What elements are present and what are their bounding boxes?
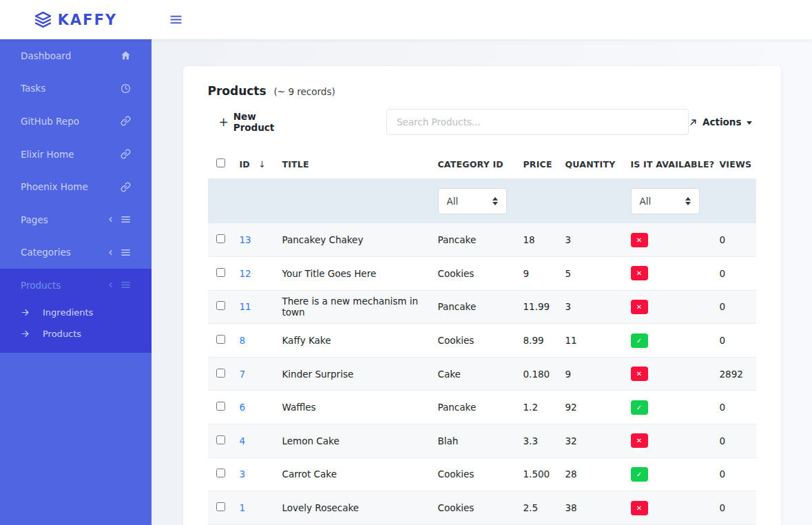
row-id-link[interactable]: 8 [240, 335, 246, 346]
row-title: Waffles [277, 391, 433, 424]
availability-badge: ✓ [631, 467, 648, 482]
menu-icon [121, 280, 131, 290]
sidebar-item-phoenix-home[interactable]: Phoenix Home [0, 170, 152, 203]
row-views: 0 [714, 290, 756, 324]
row-id-link[interactable]: 7 [240, 369, 246, 380]
select-all-checkbox[interactable] [216, 158, 225, 167]
row-id-link[interactable]: 12 [240, 268, 251, 279]
link-icon [121, 182, 131, 192]
row-quantity: 32 [560, 424, 625, 458]
table-row: 6 Waffles Pancake 1.2 92 ✓ 0 [208, 391, 756, 424]
row-price: 9 [518, 257, 560, 291]
row-id-link[interactable]: 3 [240, 469, 246, 480]
column-header-price[interactable]: PRICE [518, 147, 560, 178]
row-category: Pancake [433, 290, 518, 324]
row-id-link[interactable]: 4 [240, 435, 246, 446]
row-quantity: 92 [560, 391, 625, 424]
page-title: Products (~ 9 records) [208, 84, 756, 98]
row-checkbox[interactable] [216, 301, 225, 310]
logo-text: KAFFY [58, 12, 117, 28]
sidebar-subitem-label: Products [43, 329, 81, 339]
actions-dropdown-button[interactable]: Actions [689, 116, 751, 127]
page-title-text: Products [208, 84, 267, 98]
link-icon [121, 116, 131, 126]
row-price: 3.3 [518, 424, 560, 458]
row-views: 0 [714, 391, 756, 424]
sidebar-item-label: Phoenix Home [21, 181, 88, 192]
table-row: 13 Pancakey Chakey Pancake 18 3 ✕ 0 [208, 223, 756, 257]
sort-desc-icon[interactable]: ↓ [258, 159, 266, 169]
actions-label: Actions [702, 116, 741, 127]
row-price: 2.5 [518, 491, 560, 525]
row-checkbox[interactable] [216, 234, 225, 243]
row-views: 0 [714, 424, 756, 458]
row-title: Kinder Surprise [277, 357, 433, 391]
products-table: ID↓ TITLE CATEGORY ID PRICE QUANTITY IS … [208, 147, 756, 525]
new-product-button[interactable]: + New Product [208, 111, 298, 133]
sidebar-item-dashboard[interactable]: Dashboard [0, 39, 152, 72]
row-category: Cookies [433, 324, 518, 358]
availability-badge: ✓ [631, 333, 648, 348]
sidebar-item-label: Products [21, 280, 61, 291]
column-header-id[interactable]: ID↓ [234, 147, 277, 178]
sidebar-item-github-repo[interactable]: GitHub Repo [0, 105, 152, 138]
row-quantity: 5 [560, 257, 625, 291]
hamburger-menu-icon[interactable] [169, 13, 183, 26]
sidebar-group-products: Products Ingredients Products [0, 269, 152, 353]
row-checkbox[interactable] [216, 335, 225, 344]
sidebar-item-products[interactable]: Products [0, 269, 152, 302]
sidebar-item-elixir-home[interactable]: Elixir Home [0, 138, 152, 171]
layers-icon [34, 11, 52, 28]
new-product-label: New Product [233, 111, 298, 133]
sidebar-item-label: Categories [21, 247, 71, 258]
column-header-category-id[interactable]: CATEGORY ID [433, 147, 518, 178]
row-quantity: 3 [560, 290, 625, 324]
filter-row: All All [208, 178, 756, 223]
row-views: 0 [714, 257, 756, 291]
sidebar-item-tasks[interactable]: Tasks [0, 72, 152, 105]
sidebar-subitem-ingredients[interactable]: Ingredients [0, 302, 152, 323]
row-checkbox[interactable] [216, 435, 225, 444]
sidebar-subitem-label: Ingredients [43, 307, 93, 318]
row-checkbox[interactable] [216, 402, 225, 411]
row-title: Your Title Goes Here [277, 257, 433, 291]
row-category: Cookies [433, 257, 518, 291]
column-header-is-it-available[interactable]: IS IT AVAILABLE? [625, 147, 714, 178]
sidebar-item-categories[interactable]: Categories [0, 236, 152, 269]
row-title: Pancakey Chakey [277, 223, 433, 257]
brand-logo[interactable]: KAFFY [0, 11, 152, 28]
row-price: 1.2 [518, 391, 560, 424]
row-id-link[interactable]: 1 [240, 502, 246, 513]
sidebar-item-label: Pages [21, 214, 48, 225]
row-id-link[interactable]: 13 [240, 234, 251, 245]
category-filter-select[interactable]: All [438, 188, 507, 214]
table-header-row: ID↓ TITLE CATEGORY ID PRICE QUANTITY IS … [208, 147, 756, 178]
row-checkbox[interactable] [216, 502, 225, 511]
availability-badge: ✕ [631, 233, 648, 247]
row-checkbox[interactable] [216, 268, 225, 277]
row-category: Cookies [433, 457, 518, 491]
row-price: 18 [518, 223, 560, 257]
sidebar-item-pages[interactable]: Pages [0, 203, 152, 236]
row-checkbox[interactable] [216, 469, 225, 477]
search-input[interactable] [386, 109, 689, 135]
row-id-link[interactable]: 6 [240, 402, 246, 413]
column-header-title[interactable]: TITLE [277, 147, 433, 178]
sidebar: Dashboard Tasks GitHub Repo Elixir Home … [0, 39, 152, 525]
column-header-quantity[interactable]: QUANTITY [560, 147, 625, 178]
sidebar-item-label: Elixir Home [21, 149, 74, 160]
home-icon [121, 50, 131, 61]
row-price: 1.500 [518, 457, 560, 491]
row-id-link[interactable]: 11 [240, 301, 251, 312]
row-quantity: 9 [560, 357, 625, 391]
menu-icon [121, 247, 131, 258]
availability-badge: ✕ [631, 266, 648, 280]
row-checkbox[interactable] [216, 369, 225, 378]
column-header-views[interactable]: VIEWS [714, 147, 756, 178]
main-content: Products (~ 9 records) + New Product Act… [152, 0, 812, 525]
sidebar-subitem-products[interactable]: Products [0, 323, 152, 344]
row-quantity: 3 [560, 223, 625, 257]
row-quantity: 38 [560, 491, 625, 525]
top-bar: KAFFY [0, 0, 812, 39]
available-filter-select[interactable]: All [631, 188, 700, 214]
